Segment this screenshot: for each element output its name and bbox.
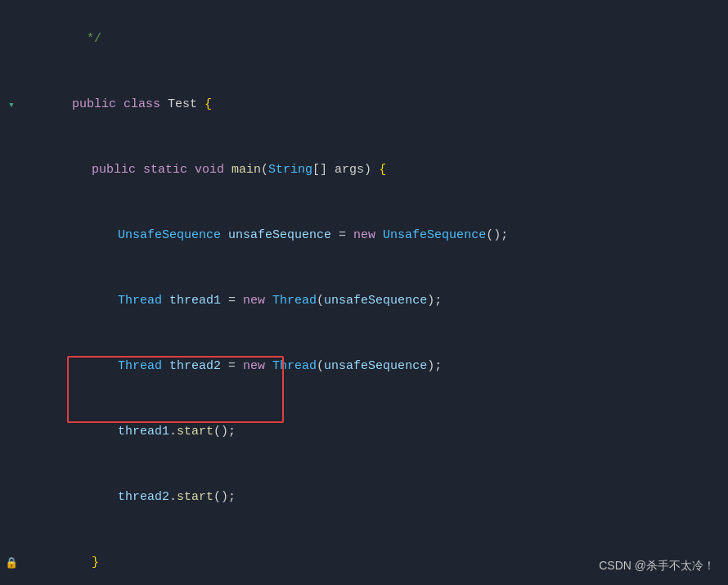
- line-content-3: public static void main(String[] args) {: [23, 138, 386, 202]
- fold-icon: ▾: [8, 98, 15, 111]
- line-content-2: public class Test {: [23, 73, 212, 137]
- code-line-6: Thread thread2 = new Thread(unsafeSequen…: [0, 334, 728, 399]
- watermark: CSDN @杀手不太冷！: [599, 559, 715, 574]
- code-line-1: */: [0, 7, 728, 72]
- code-line-3: public static void main(String[] args) {: [0, 137, 728, 203]
- line-content-8: thread2.start();: [23, 466, 236, 529]
- lock-icon-9: 🔒: [5, 556, 18, 569]
- code-editor: */ ▾ public class Test { public static v…: [0, 0, 728, 585]
- code-line-7: thread1.start();: [0, 399, 728, 465]
- gutter-9: 🔒: [0, 556, 23, 569]
- line-content-7: thread1.start();: [23, 400, 236, 464]
- code-line-2: ▾ public class Test {: [0, 72, 728, 137]
- gutter-2: ▾: [0, 98, 23, 111]
- code-line-5: Thread thread1 = new Thread(unsafeSequen…: [0, 268, 728, 334]
- line-content-4: UnsafeSequence unsafeSequence = new Unsa…: [23, 204, 508, 268]
- code-line-4: UnsafeSequence unsafeSequence = new Unsa…: [0, 203, 728, 268]
- code-line-9: 🔒 }: [0, 530, 728, 585]
- line-content-5: Thread thread1 = new Thread(unsafeSequen…: [23, 269, 442, 333]
- code-line-8: thread2.start();: [0, 465, 728, 530]
- line-content-1: */: [23, 7, 101, 71]
- line-content-9: }: [23, 531, 99, 585]
- line-content-6: Thread thread2 = new Thread(unsafeSequen…: [23, 335, 442, 398]
